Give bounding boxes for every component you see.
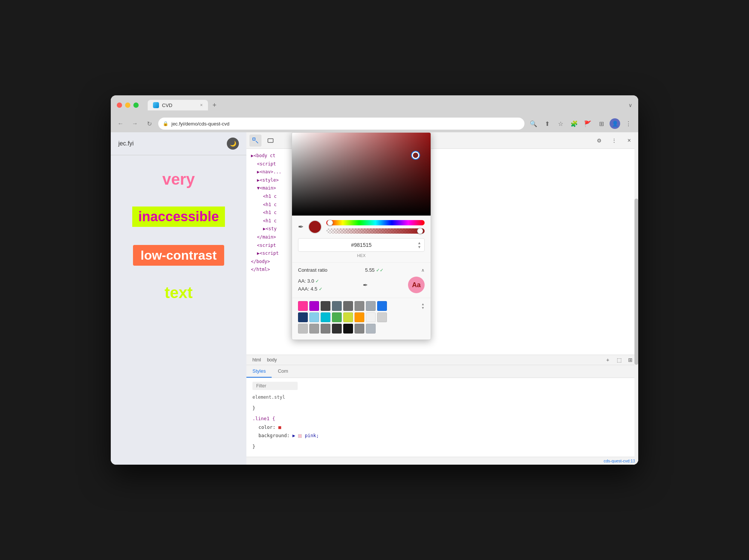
share-icon[interactable]: ⬆: [542, 118, 552, 129]
filter-input[interactable]: [252, 382, 298, 390]
css-rule-line1: .line1 { color: ■ background: ▶ pink;: [252, 415, 632, 440]
address-field[interactable]: 🔒 jec.fyi/demo/cds-quest-cvd: [158, 118, 524, 130]
color-cursor[interactable]: [412, 151, 419, 159]
aa-level: AA: 3.0 ✓: [298, 278, 323, 284]
sidebar-icon[interactable]: ⊞: [596, 118, 607, 129]
lock-icon: 🔒: [163, 121, 168, 126]
hex-input-area: #981515 ▲▼ HEX: [292, 238, 431, 262]
opacity-slider-thumb[interactable]: [417, 228, 423, 234]
swatches-row-2: [298, 312, 425, 322]
contrast-ratio-section: Contrast ratio 5.55 ✓✓ ∧ AA: 3.0 ✓: [292, 262, 431, 298]
add-style-button[interactable]: +: [603, 355, 613, 365]
swatch-orange[interactable]: [355, 312, 364, 322]
profile-icon[interactable]: 👤: [610, 118, 620, 129]
tab-favicon: [153, 102, 159, 108]
contrast-title: Contrast ratio: [298, 267, 327, 273]
color-picker-popup: ✒ #981515 ▲▼: [292, 132, 431, 340]
demo-items: very inaccessible low-contrast text: [111, 155, 246, 317]
close-button[interactable]: [117, 103, 122, 108]
swatch-near-black[interactable]: [343, 324, 353, 334]
inspect-element-button[interactable]: [249, 135, 261, 147]
body-breadcrumb[interactable]: body: [264, 355, 280, 365]
opacity-slider[interactable]: [326, 228, 425, 234]
swatch-sky[interactable]: [309, 312, 319, 322]
swatch-cool-gray[interactable]: [366, 324, 376, 334]
computed-tab[interactable]: Com: [272, 365, 294, 378]
swatch-teal[interactable]: [321, 312, 330, 322]
color-preview-swatch[interactable]: [308, 220, 322, 234]
page-header: jec.fyi 🌙: [111, 132, 246, 155]
styles-toolbar: + ⬚ ⊞: [603, 355, 635, 365]
hex-value: #981515: [351, 242, 372, 248]
swatch-charcoal[interactable]: [332, 324, 342, 334]
devtools-settings-button[interactable]: ⚙: [593, 135, 605, 147]
device-toolbar-button[interactable]: [264, 135, 277, 147]
color-gradient-canvas[interactable]: [292, 133, 431, 216]
swatch-dark-gray[interactable]: [321, 301, 330, 311]
refresh-button[interactable]: ↻: [144, 118, 154, 129]
expand-button[interactable]: ⊞: [625, 355, 635, 365]
toggle-inspector-button[interactable]: ⬚: [614, 355, 624, 365]
extension-icon[interactable]: 🧩: [569, 118, 579, 129]
swatch-mid-gray[interactable]: [355, 301, 364, 311]
contrast-header[interactable]: Contrast ratio 5.55 ✓✓ ∧: [298, 267, 425, 273]
swatch-purple[interactable]: [309, 301, 319, 311]
menu-icon[interactable]: ⋮: [623, 118, 634, 129]
page-site-title: jec.fyi: [118, 140, 134, 147]
contrast-chevron-icon[interactable]: ∧: [421, 268, 425, 273]
eyedropper-button[interactable]: ✒: [298, 223, 304, 231]
hex-spinners[interactable]: ▲▼: [417, 241, 421, 249]
swatch-blue-gray[interactable]: [366, 301, 376, 311]
swatch-green[interactable]: [332, 312, 342, 322]
swatch-light-gray[interactable]: [377, 312, 387, 322]
swatch-slate[interactable]: [332, 301, 342, 311]
flag-icon[interactable]: 🚩: [582, 118, 593, 129]
contrast-levels: AA: 3.0 ✓ AAA: 4.5 ✓: [298, 278, 323, 292]
contrast-eyedropper-button[interactable]: ✒: [363, 282, 368, 289]
html-breadcrumb[interactable]: html: [249, 355, 264, 365]
aa-check-icon: ✓: [315, 278, 319, 284]
swatch-warm-gray[interactable]: [355, 324, 364, 334]
devtools-close-button[interactable]: ×: [623, 135, 635, 147]
swatch-light[interactable]: [366, 312, 376, 322]
swatch-medium-gray[interactable]: [321, 324, 330, 334]
devtools-bottom: html body + ⬚ ⊞ Styles Com: [246, 355, 638, 465]
forward-button[interactable]: →: [130, 118, 140, 129]
search-icon[interactable]: 🔍: [528, 118, 539, 129]
swatch-yellow-green[interactable]: [343, 312, 353, 322]
devtools-panel: ⚙ ⋮ × ✒: [246, 132, 638, 465]
maximize-button[interactable]: [133, 103, 139, 108]
element-tabs: html body: [249, 355, 280, 365]
filter-bar: [252, 382, 632, 390]
css-prop-background: background: ▶ pink;: [252, 433, 319, 438]
hex-input-field[interactable]: #981515 ▲▼: [298, 238, 425, 252]
element-tabs-bar: html body + ⬚ ⊞: [246, 355, 638, 365]
minimize-button[interactable]: [125, 103, 130, 108]
active-tab[interactable]: CVD ×: [148, 100, 208, 110]
background-color-swatch[interactable]: [298, 434, 302, 438]
swatch-blue[interactable]: [377, 301, 387, 311]
swatch-pink[interactable]: [298, 301, 308, 311]
hue-slider[interactable]: [326, 220, 425, 225]
swatch-navy[interactable]: [298, 312, 308, 322]
hue-slider-thumb[interactable]: [327, 220, 333, 226]
devtools-more-button[interactable]: ⋮: [608, 135, 620, 147]
new-tab-button[interactable]: +: [212, 101, 217, 109]
back-button[interactable]: ←: [115, 118, 126, 129]
styles-tab[interactable]: Styles: [246, 365, 272, 378]
swatch-gray[interactable]: [343, 301, 353, 311]
swatches-spinner[interactable]: ▲▼: [421, 302, 425, 310]
swatch-gray2[interactable]: [309, 324, 319, 334]
tab-close-button[interactable]: ×: [200, 103, 203, 108]
bookmark-icon[interactable]: ☆: [555, 118, 566, 129]
address-text: jec.fyi/demo/cds-quest-cvd: [171, 121, 520, 127]
aa-preview-text: Aa: [408, 277, 425, 293]
tab-menu-button[interactable]: ∨: [628, 102, 632, 108]
swatches-row-3: [298, 324, 425, 334]
dark-mode-button[interactable]: 🌙: [227, 138, 239, 150]
scrollbar-thumb[interactable]: [634, 199, 638, 365]
bottom-toolbar: cds-quest-cvd:11: [246, 457, 638, 465]
swatch-silver[interactable]: [298, 324, 308, 334]
line-reference[interactable]: cds-quest-cvd:11: [604, 459, 635, 463]
scrollbar[interactable]: [634, 132, 638, 465]
